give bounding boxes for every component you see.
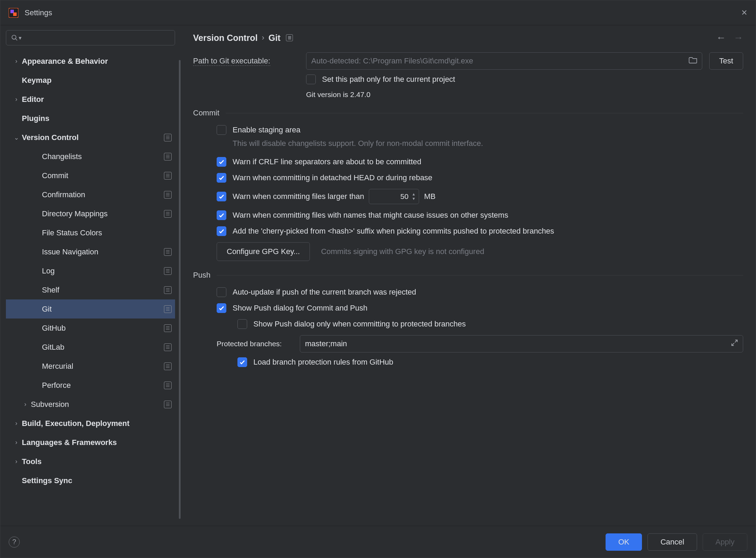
warn-crlf-checkbox[interactable]	[217, 157, 226, 167]
warn-large-checkbox[interactable]	[217, 192, 226, 201]
auto-update-checkbox[interactable]	[217, 287, 226, 297]
scope-icon	[164, 343, 172, 351]
auto-update-label: Auto-update if push of the current branc…	[233, 288, 416, 297]
scope-icon	[164, 248, 172, 256]
sidebar-item-keymap[interactable]: Keymap	[6, 71, 175, 90]
enable-staging-row: Enable staging area	[193, 125, 743, 135]
git-path-input[interactable]: Auto-detected: C:\Program Files\Git\cmd\…	[306, 52, 702, 70]
chevron-right-icon: ›	[11, 420, 22, 427]
protected-branches-label: Protected branches:	[217, 340, 300, 348]
sidebar-item-editor[interactable]: ›Editor	[6, 90, 175, 109]
sidebar-item-tools[interactable]: ›Tools	[6, 452, 175, 471]
back-icon[interactable]: ←	[716, 32, 726, 43]
git-path-placeholder: Auto-detected: C:\Program Files\Git\cmd\…	[311, 56, 473, 66]
sidebar-item-gitlab[interactable]: GitLab	[6, 338, 175, 357]
path-project-only-checkbox[interactable]	[306, 75, 316, 84]
sidebar-item-label: Tools	[22, 457, 172, 466]
git-version-text: Git version is 2.47.0	[306, 90, 371, 99]
app-icon	[9, 8, 18, 18]
sidebar-item-subversion[interactable]: ›Subversion	[6, 395, 175, 414]
warn-large-label: Warn when committing files larger than	[233, 192, 364, 201]
path-project-only-row: Set this path only for the current proje…	[193, 75, 743, 84]
sidebar-item-github[interactable]: GitHub	[6, 319, 175, 338]
sidebar-item-label: Commit	[42, 171, 164, 180]
settings-tree[interactable]: ›Appearance & BehaviorKeymap›EditorPlugi…	[6, 52, 175, 526]
cancel-button[interactable]: Cancel	[648, 533, 697, 551]
sidebar-item-perforce[interactable]: Perforce	[6, 376, 175, 395]
sidebar-item-label: GitLab	[42, 343, 164, 352]
sidebar-item-plugins[interactable]: Plugins	[6, 109, 175, 128]
sidebar-item-file-status-colors[interactable]: File Status Colors	[6, 223, 175, 242]
quantity-stepper[interactable]: ▲▼	[410, 192, 417, 201]
show-push-checkbox[interactable]	[217, 303, 226, 313]
load-rules-checkbox[interactable]	[237, 357, 247, 367]
large-size-value: 50	[374, 192, 410, 201]
cherry-suffix-row: Add the 'cherry-picked from <hash>' suff…	[193, 226, 743, 236]
close-icon[interactable]: ✕	[741, 8, 747, 17]
ok-button[interactable]: OK	[606, 533, 642, 551]
chevron-right-icon: ›	[11, 458, 22, 465]
expand-icon[interactable]	[731, 339, 738, 348]
scope-icon	[164, 286, 172, 294]
sidebar-item-label: Confirmation	[42, 190, 164, 199]
show-push-protected-label: Show Push dialog only when committing to…	[253, 320, 466, 329]
scope-icon	[286, 34, 293, 41]
chevron-right-icon: ›	[11, 439, 22, 446]
cherry-suffix-checkbox[interactable]	[217, 226, 226, 236]
sidebar-item-settings-sync[interactable]: Settings Sync	[6, 471, 175, 490]
auto-update-row: Auto-update if push of the current branc…	[193, 287, 743, 297]
enable-staging-checkbox[interactable]	[217, 125, 226, 135]
sidebar-item-label: Keymap	[22, 76, 172, 85]
warn-detached-label: Warn when committing in detached HEAD or…	[233, 173, 432, 182]
sidebar-item-build-execution-deployment[interactable]: ›Build, Execution, Deployment	[6, 414, 175, 433]
large-size-input[interactable]: 50 ▲▼	[369, 189, 419, 204]
sidebar-item-languages-frameworks[interactable]: ›Languages & Frameworks	[6, 433, 175, 452]
protected-branches-row: Protected branches: master;main	[193, 335, 743, 352]
configure-gpg-button[interactable]: Configure GPG Key...	[217, 242, 310, 261]
footer: ? OK Cancel Apply	[0, 526, 756, 558]
breadcrumb-current: Git	[268, 33, 280, 43]
load-rules-row: Load branch protection rules from GitHub	[193, 357, 743, 367]
warn-detached-checkbox[interactable]	[217, 173, 226, 183]
forward-icon[interactable]: →	[733, 32, 743, 43]
sidebar-item-git[interactable]: Git	[6, 299, 175, 319]
stepper-down-icon[interactable]: ▼	[410, 197, 417, 201]
show-push-protected-row: Show Push dialog only when committing to…	[193, 319, 743, 329]
scope-icon	[164, 363, 172, 370]
warn-crlf-row: Warn if CRLF line separators are about t…	[193, 157, 743, 167]
stepper-up-icon[interactable]: ▲	[410, 192, 417, 197]
sidebar-item-directory-mappings[interactable]: Directory Mappings	[6, 204, 175, 223]
sidebar-item-label: Directory Mappings	[42, 209, 164, 218]
scope-icon	[164, 305, 172, 313]
footer-buttons: OK Cancel Apply	[606, 533, 747, 551]
sidebar-item-issue-navigation[interactable]: Issue Navigation	[6, 242, 175, 261]
sidebar-scrollbar[interactable]	[179, 60, 181, 519]
breadcrumb-parent[interactable]: Version Control	[193, 33, 258, 43]
test-button[interactable]: Test	[709, 52, 743, 70]
load-rules-label: Load branch protection rules from GitHub	[253, 358, 393, 367]
warn-names-checkbox[interactable]	[217, 210, 226, 220]
staging-hint-row: This will disable changelists support. O…	[193, 139, 743, 148]
chevron-down-icon: ⌄	[11, 134, 22, 141]
folder-icon[interactable]	[689, 56, 697, 66]
scope-icon	[164, 324, 172, 332]
sidebar-item-confirmation[interactable]: Confirmation	[6, 185, 175, 204]
sidebar-item-version-control[interactable]: ⌄Version Control	[6, 128, 175, 147]
search-input[interactable]: ▾	[6, 30, 175, 45]
protected-branches-input[interactable]: master;main	[300, 335, 743, 352]
help-button[interactable]: ?	[9, 537, 20, 548]
apply-button[interactable]: Apply	[703, 533, 747, 551]
show-push-row: Show Push dialog for Commit and Push	[193, 303, 743, 313]
sidebar-item-changelists[interactable]: Changelists	[6, 147, 175, 166]
sidebar-item-commit[interactable]: Commit	[6, 166, 175, 185]
sidebar-item-mercurial[interactable]: Mercurial	[6, 357, 175, 376]
sidebar-item-label: Languages & Frameworks	[22, 438, 172, 447]
sidebar-item-label: GitHub	[42, 324, 164, 333]
sidebar-item-log[interactable]: Log	[6, 261, 175, 280]
body: ▾ ›Appearance & BehaviorKeymap›EditorPlu…	[0, 25, 756, 526]
show-push-protected-checkbox[interactable]	[237, 319, 247, 329]
sidebar-item-appearance-behavior[interactable]: ›Appearance & Behavior	[6, 52, 175, 71]
sidebar-item-shelf[interactable]: Shelf	[6, 280, 175, 299]
sidebar-item-label: Shelf	[42, 286, 164, 295]
sidebar: ▾ ›Appearance & BehaviorKeymap›EditorPlu…	[0, 25, 181, 526]
